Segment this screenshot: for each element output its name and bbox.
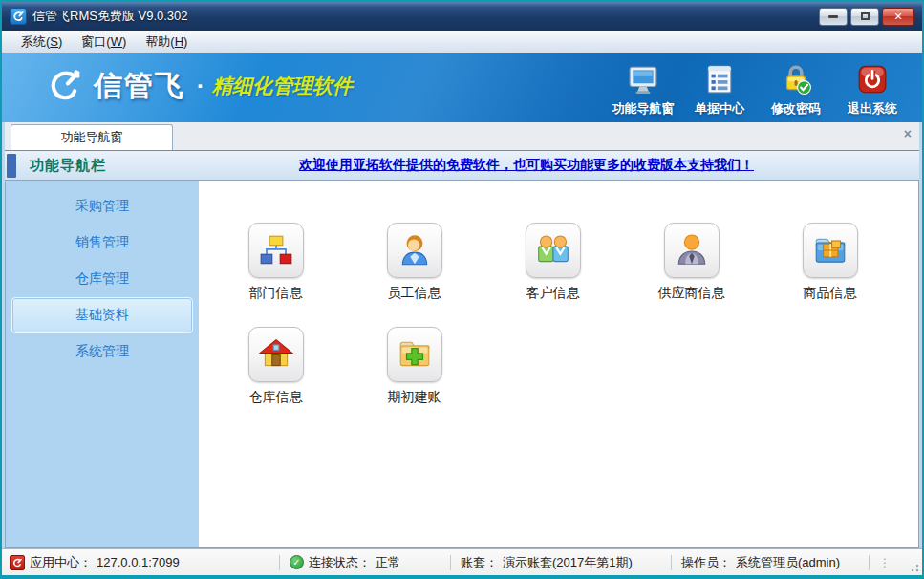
operator-label: 操作员： [681,554,731,571]
menu-help[interactable]: 帮助(H) [136,32,197,53]
status-separator [279,555,280,570]
close-icon: ✕ [893,11,902,23]
title-bar: 信管飞RMS免费版 V9.0.302 ✕ [2,2,922,31]
customers-icon [526,223,581,278]
resize-grip[interactable] [908,561,919,572]
sidebar-item-warehouse[interactable]: 仓库管理 [11,261,193,297]
welcome-upgrade-link[interactable]: 欢迎使用亚拓软件提供的免费软件，也可购买功能更多的收费版本支持我们！ [299,157,754,174]
status-connection: ✓ 连接状态： 正常 [290,554,441,571]
toolbar-document-center-button[interactable]: 单据中心 [681,58,758,118]
brand-separator: · [197,73,204,99]
shortcut-warehouse-info[interactable]: 仓库信息 [206,327,345,406]
minimize-button[interactable] [819,8,848,26]
app-center-label: 应用中心： [30,554,92,571]
app-logo-icon [10,8,27,25]
warehouse-house-icon [248,327,304,382]
sidebar-item-system[interactable]: 系统管理 [11,333,193,370]
monitor-icon [627,62,659,96]
status-separator [450,555,451,570]
tab-close-icon[interactable]: × [904,127,912,140]
products-folder-icon [803,223,858,278]
operator-value: 系统管理员(admin) [736,554,840,571]
account-value: 演示账套(2017年第1期) [503,554,633,571]
power-exit-icon [856,62,889,96]
app-center-value: 127.0.0.1:7099 [97,555,180,569]
account-label: 账套： [461,554,498,571]
new-account-folder-icon [387,327,442,382]
status-separator [869,555,870,570]
menu-system[interactable]: 系统(S) [11,32,72,53]
toolbar-exit-system-button[interactable]: 退出系统 [834,58,911,118]
connection-label: 连接状态： [309,554,371,571]
shortcut-initial-account[interactable]: 期初建账 [345,327,483,406]
password-lock-icon [780,62,812,96]
minimize-icon [828,15,838,18]
status-app-center: 应用中心： 127.0.0.1:7099 [10,554,269,571]
shortcut-customer-info[interactable]: 客户信息 [483,223,622,302]
app-center-logo-icon [10,555,25,570]
tab-bar: 功能导航窗 × [5,122,919,150]
close-button[interactable]: ✕ [882,8,914,26]
maximize-button[interactable] [850,8,879,26]
main-panel: 部门信息 员工信息 [199,181,918,547]
brand-logo-icon [44,66,84,106]
supplier-icon [664,223,720,278]
menu-window[interactable]: 窗口(W) [72,32,136,53]
org-chart-icon [248,223,304,278]
status-account-set: 账套： 演示账套(2017年第1期) [461,554,661,571]
sidebar-item-purchase[interactable]: 采购管理 [11,188,193,225]
tab-nav-window[interactable]: 功能导航窗 [11,124,173,150]
shortcut-supplier-info[interactable]: 供应商信息 [622,223,761,302]
nav-bar-title: 功能导航栏 [30,157,106,175]
shortcut-employee-info[interactable]: 员工信息 [345,223,483,302]
connection-value: 正常 [376,554,400,571]
nav-accent-block [7,154,16,178]
window-title: 信管飞RMS免费版 V9.0.302 [32,8,188,25]
toolbar-nav-window-button[interactable]: 功能导航窗 [605,58,681,118]
status-operator: 操作员： 系统管理员(admin) [681,554,859,571]
connection-ok-icon: ✓ [290,555,304,569]
sidebar: 采购管理 销售管理 仓库管理 基础资料 系统管理 [6,181,199,547]
shortcut-product-info[interactable]: 商品信息 [761,223,899,302]
status-drag-handle[interactable]: ⋮ [879,556,892,569]
maximize-icon [861,12,870,20]
status-separator [671,555,672,570]
client-area: 采购管理 销售管理 仓库管理 基础资料 系统管理 部门信息 [5,180,919,548]
sidebar-item-basic-data[interactable]: 基础资料 [11,297,193,333]
toolbar-change-password-button[interactable]: 修改密码 [758,58,834,118]
header-toolbar: 功能导航窗 单据中心 [605,58,911,118]
brand-name: 信管飞 [94,67,185,106]
employee-icon [387,223,442,278]
shortcut-grid: 部门信息 员工信息 [199,181,918,406]
sidebar-item-sales[interactable]: 销售管理 [11,225,193,261]
document-center-icon [703,62,736,96]
brand: 信管飞 · 精细化管理软件 [44,66,353,106]
nav-header-bar: 功能导航栏 欢迎使用亚拓软件提供的免费软件，也可购买功能更多的收费版本支持我们！ [5,150,919,180]
menu-bar: 系统(S) 窗口(W) 帮助(H) [2,31,922,53]
brand-tagline: 精细化管理软件 [212,73,353,99]
status-bar: 应用中心： 127.0.0.1:7099 ✓ 连接状态： 正常 账套： 演示账套… [2,548,922,575]
shortcut-department-info[interactable]: 部门信息 [206,223,345,302]
app-window: 信管飞RMS免费版 V9.0.302 ✕ 系统(S) 窗口(W) 帮助(H) 信… [0,0,924,579]
brand-header: 信管飞 · 精细化管理软件 功能导航窗 [2,53,922,122]
